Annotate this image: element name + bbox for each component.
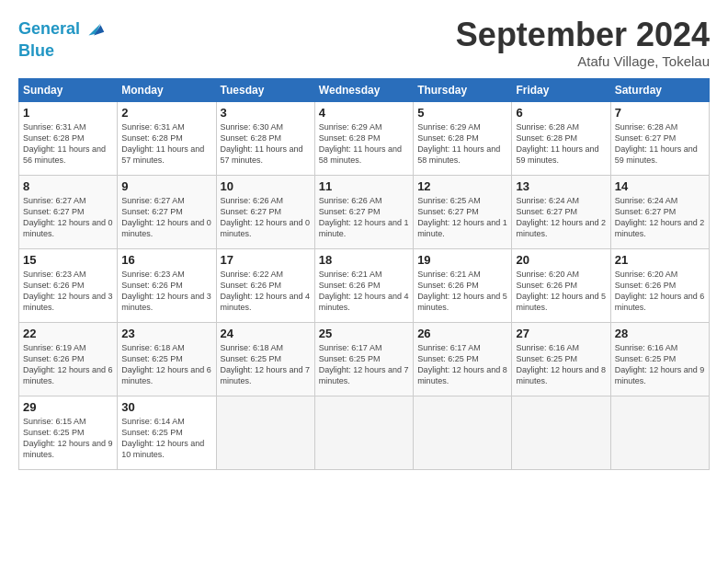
day-number: 27 [516, 327, 606, 340]
title-block: September 2024 Atafu Village, Tokelau [456, 17, 710, 69]
calendar-day: 10 Sunrise: 6:26 AMSunset: 6:27 PMDaylig… [216, 175, 314, 248]
calendar-day: 13 Sunrise: 6:24 AMSunset: 6:27 PMDaylig… [512, 175, 610, 248]
day-number: 8 [23, 179, 113, 193]
calendar-day: 29 Sunrise: 6:15 AMSunset: 6:25 PMDaylig… [19, 396, 118, 469]
day-info: Sunrise: 6:30 AMSunset: 6:28 PMDaylight:… [221, 121, 311, 167]
month-title: September 2024 [456, 17, 710, 53]
day-number: 17 [221, 253, 311, 267]
day-info: Sunrise: 6:20 AMSunset: 6:26 PMDaylight:… [615, 269, 705, 314]
day-info: Sunrise: 6:21 AMSunset: 6:26 PMDaylight:… [417, 269, 507, 314]
day-number: 21 [615, 253, 705, 267]
calendar-week-2: 15 Sunrise: 6:23 AMSunset: 6:26 PMDaylig… [19, 248, 710, 322]
calendar-day: 28 Sunrise: 6:16 AMSunset: 6:25 PMDaylig… [610, 322, 709, 396]
subtitle: Atafu Village, Tokelau [456, 53, 710, 69]
calendar-week-4: 29 Sunrise: 6:15 AMSunset: 6:25 PMDaylig… [19, 396, 710, 469]
day-info: Sunrise: 6:16 AMSunset: 6:25 PMDaylight:… [516, 342, 606, 387]
calendar-day: 5 Sunrise: 6:29 AMSunset: 6:28 PMDayligh… [414, 101, 512, 175]
calendar-day: 15 Sunrise: 6:23 AMSunset: 6:26 PMDaylig… [19, 248, 118, 322]
day-info: Sunrise: 6:26 AMSunset: 6:27 PMDaylight:… [221, 195, 311, 240]
page-container: General Blue September 2024 Atafu Villag… [0, 0, 728, 479]
calendar-day: 20 Sunrise: 6:20 AMSunset: 6:26 PMDaylig… [512, 248, 610, 322]
calendar-day: 30 Sunrise: 6:14 AMSunset: 6:25 PMDaylig… [118, 396, 216, 469]
calendar-day: 27 Sunrise: 6:16 AMSunset: 6:25 PMDaylig… [512, 322, 610, 396]
col-monday: Monday [118, 78, 216, 101]
calendar-day: 12 Sunrise: 6:25 AMSunset: 6:27 PMDaylig… [414, 175, 512, 248]
logo: General Blue [18, 17, 108, 61]
calendar-week-0: 1 Sunrise: 6:31 AMSunset: 6:28 PMDayligh… [19, 101, 710, 175]
day-number: 16 [121, 253, 211, 267]
calendar-day: 2 Sunrise: 6:31 AMSunset: 6:28 PMDayligh… [118, 101, 216, 175]
calendar-day: 14 Sunrise: 6:24 AMSunset: 6:27 PMDaylig… [610, 175, 709, 248]
day-number: 2 [121, 106, 211, 120]
day-info: Sunrise: 6:17 AMSunset: 6:25 PMDaylight:… [417, 342, 507, 387]
day-info: Sunrise: 6:20 AMSunset: 6:26 PMDaylight:… [516, 269, 606, 314]
day-number: 23 [121, 327, 211, 340]
col-wednesday: Wednesday [314, 78, 413, 101]
day-number: 1 [23, 106, 113, 120]
day-number: 10 [221, 179, 311, 193]
day-info: Sunrise: 6:31 AMSunset: 6:28 PMDaylight:… [121, 121, 211, 167]
day-number: 22 [23, 327, 113, 340]
day-number: 19 [417, 253, 507, 267]
calendar-day [314, 396, 413, 469]
col-thursday: Thursday [414, 78, 512, 101]
calendar-day: 7 Sunrise: 6:28 AMSunset: 6:27 PMDayligh… [610, 101, 709, 175]
day-number: 29 [23, 400, 113, 414]
calendar-day: 23 Sunrise: 6:18 AMSunset: 6:25 PMDaylig… [118, 322, 216, 396]
day-info: Sunrise: 6:21 AMSunset: 6:26 PMDaylight:… [319, 269, 409, 314]
calendar-day [216, 396, 314, 469]
logo-text: General [18, 20, 80, 39]
col-sunday: Sunday [19, 78, 118, 101]
day-info: Sunrise: 6:18 AMSunset: 6:25 PMDaylight:… [121, 342, 211, 387]
calendar-day: 26 Sunrise: 6:17 AMSunset: 6:25 PMDaylig… [414, 322, 512, 396]
calendar-table: Sunday Monday Tuesday Wednesday Thursday… [18, 78, 710, 470]
day-info: Sunrise: 6:23 AMSunset: 6:26 PMDaylight:… [121, 269, 211, 314]
day-number: 20 [516, 253, 606, 267]
day-info: Sunrise: 6:29 AMSunset: 6:28 PMDaylight:… [319, 121, 409, 167]
day-info: Sunrise: 6:23 AMSunset: 6:26 PMDaylight:… [23, 269, 113, 314]
header: General Blue September 2024 Atafu Villag… [18, 17, 710, 69]
day-info: Sunrise: 6:24 AMSunset: 6:27 PMDaylight:… [615, 195, 705, 240]
day-info: Sunrise: 6:17 AMSunset: 6:25 PMDaylight:… [319, 342, 409, 387]
calendar-day: 18 Sunrise: 6:21 AMSunset: 6:26 PMDaylig… [314, 248, 413, 322]
day-number: 28 [615, 327, 705, 340]
calendar-day: 6 Sunrise: 6:28 AMSunset: 6:28 PMDayligh… [512, 101, 610, 175]
day-info: Sunrise: 6:22 AMSunset: 6:26 PMDaylight:… [221, 269, 311, 314]
calendar-day [414, 396, 512, 469]
day-number: 13 [516, 179, 606, 193]
logo-line2: Blue [18, 42, 108, 61]
calendar-day [512, 396, 610, 469]
day-info: Sunrise: 6:27 AMSunset: 6:27 PMDaylight:… [23, 195, 113, 240]
day-number: 12 [417, 179, 507, 193]
day-number: 3 [221, 106, 311, 120]
day-info: Sunrise: 6:15 AMSunset: 6:25 PMDaylight:… [23, 416, 113, 461]
day-number: 6 [516, 106, 606, 120]
day-info: Sunrise: 6:24 AMSunset: 6:27 PMDaylight:… [516, 195, 606, 240]
calendar-day: 1 Sunrise: 6:31 AMSunset: 6:28 PMDayligh… [19, 101, 118, 175]
day-info: Sunrise: 6:27 AMSunset: 6:27 PMDaylight:… [121, 195, 211, 240]
day-number: 24 [221, 327, 311, 340]
day-number: 26 [417, 327, 507, 340]
day-info: Sunrise: 6:19 AMSunset: 6:26 PMDaylight:… [23, 342, 113, 387]
day-number: 7 [615, 106, 705, 120]
day-info: Sunrise: 6:16 AMSunset: 6:25 PMDaylight:… [615, 342, 705, 387]
col-tuesday: Tuesday [216, 78, 314, 101]
day-number: 5 [417, 106, 507, 120]
calendar-day [610, 396, 709, 469]
day-info: Sunrise: 6:28 AMSunset: 6:28 PMDaylight:… [516, 121, 606, 167]
calendar-day: 9 Sunrise: 6:27 AMSunset: 6:27 PMDayligh… [118, 175, 216, 248]
day-info: Sunrise: 6:31 AMSunset: 6:28 PMDaylight:… [23, 121, 113, 167]
day-number: 14 [615, 179, 705, 193]
calendar-week-3: 22 Sunrise: 6:19 AMSunset: 6:26 PMDaylig… [19, 322, 710, 396]
day-info: Sunrise: 6:29 AMSunset: 6:28 PMDaylight:… [417, 121, 507, 167]
calendar-day: 21 Sunrise: 6:20 AMSunset: 6:26 PMDaylig… [610, 248, 709, 322]
day-number: 11 [319, 179, 409, 193]
calendar-day: 11 Sunrise: 6:26 AMSunset: 6:27 PMDaylig… [314, 175, 413, 248]
col-friday: Friday [512, 78, 610, 101]
calendar-day: 24 Sunrise: 6:18 AMSunset: 6:25 PMDaylig… [216, 322, 314, 396]
calendar-day: 4 Sunrise: 6:29 AMSunset: 6:28 PMDayligh… [314, 101, 413, 175]
calendar-day: 25 Sunrise: 6:17 AMSunset: 6:25 PMDaylig… [314, 322, 413, 396]
day-number: 4 [319, 106, 409, 120]
calendar-day: 16 Sunrise: 6:23 AMSunset: 6:26 PMDaylig… [118, 248, 216, 322]
calendar-day: 19 Sunrise: 6:21 AMSunset: 6:26 PMDaylig… [414, 248, 512, 322]
